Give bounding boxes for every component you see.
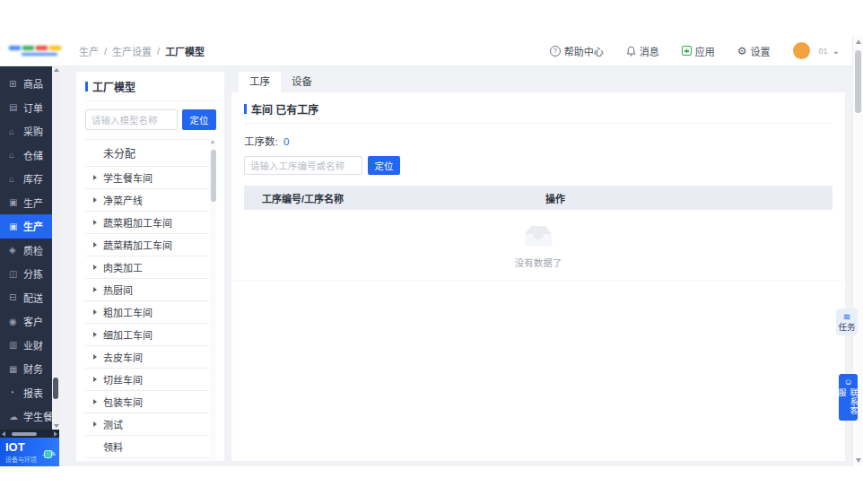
app-logo[interactable] [0, 36, 70, 65]
sidebar-item-production[interactable]: ▣ 生产 [0, 191, 59, 215]
expand-arrow-icon[interactable] [93, 399, 97, 404]
scroll-up-icon[interactable] [211, 140, 214, 143]
title-accent-bar [85, 82, 88, 91]
scroll-right-icon[interactable] [54, 431, 57, 437]
section-title-row: 车间 已有工序 [244, 101, 832, 124]
empty-box-icon [520, 224, 556, 249]
tree-item[interactable]: 蔬菜粗加工车间 [85, 212, 209, 234]
sidebar-item-sorting[interactable]: ◫ 分拣 [0, 262, 59, 286]
sidebar-item-student-meal[interactable]: ☁ 学生餐 [0, 404, 59, 429]
sidebar-item-business-finance[interactable]: ▥ 业财 [0, 334, 59, 358]
tree-item[interactable]: 去皮车间 [85, 346, 209, 369]
process-locate-button[interactable]: 定位 [368, 156, 400, 175]
reports-icon: ◔ [9, 387, 21, 397]
sidebar-vertical-scrollbar[interactable] [52, 66, 59, 430]
customers-icon: ◉ [9, 317, 21, 326]
column-header-process: 工序编号/工序名称 [244, 191, 538, 205]
sidebar-item-reports[interactable]: ◔ 报表 [0, 381, 59, 405]
scrollbar-thumb[interactable] [53, 378, 58, 399]
expand-arrow-icon[interactable] [93, 242, 97, 248]
scroll-up-icon[interactable] [856, 39, 861, 44]
messages-button[interactable]: 消息 [626, 44, 659, 58]
sidebar-item-orders[interactable]: ▤ 订单 [0, 96, 59, 120]
factory-model-title: 工厂模型 [92, 79, 135, 94]
expand-arrow-icon[interactable] [93, 332, 97, 337]
sidebar: ⊞ 商品 ▤ 订单 ⌂ 采购 ⌂ 仓储 ⌂ 库存 ▣ 生产 [0, 66, 59, 466]
sidebar-item-quality[interactable]: ◈ 质检 [0, 239, 59, 263]
gear-icon: ⚙ [737, 46, 747, 56]
tree-item[interactable]: 学生餐车间 [85, 167, 209, 189]
tree-item[interactable]: 测试 [85, 413, 209, 436]
expand-arrow-icon[interactable] [93, 309, 97, 315]
model-locate-button[interactable]: 定位 [182, 109, 216, 130]
task-float-button[interactable]: ≋ 任务 [836, 308, 858, 335]
tree-scrollbar[interactable] [210, 139, 216, 461]
process-search-input[interactable] [244, 156, 362, 175]
expand-arrow-icon[interactable] [93, 175, 97, 180]
device-chip-icon [44, 450, 52, 458]
tree-item[interactable]: 领料 [85, 436, 209, 458]
tree-item[interactable]: 蔬菜精加工车间 [85, 234, 209, 256]
tree-item[interactable]: 净菜产线 [85, 189, 209, 212]
scroll-left-icon[interactable] [2, 431, 5, 437]
help-center-button[interactable]: ? 帮助中心 [550, 44, 604, 58]
iot-title: IOT [5, 441, 37, 453]
apps-label: 应用 [695, 44, 715, 58]
sidebar-item-finance[interactable]: ▦ 财务 [0, 357, 59, 381]
user-menu[interactable]: 01 ⌄ [793, 42, 840, 59]
model-search-input[interactable] [85, 109, 178, 130]
student-meal-icon: ☁ [9, 412, 21, 421]
tree-item[interactable]: 细加工车间 [85, 324, 209, 346]
layers-icon: ≋ [836, 311, 858, 322]
tab-equipment[interactable]: 设备 [281, 72, 323, 92]
sidebar-item-purchase[interactable]: ⌂ 采购 [0, 119, 59, 143]
expand-arrow-icon[interactable] [93, 220, 97, 225]
sidebar-item-inventory[interactable]: ⌂ 库存 [0, 167, 59, 191]
expand-arrow-icon[interactable] [93, 377, 97, 382]
tree-item[interactable]: 热厨间 [85, 279, 209, 301]
breadcrumb-item[interactable]: 生产 [79, 44, 99, 58]
sidebar-item-goods[interactable]: ⊞ 商品 [0, 72, 59, 96]
tree-item[interactable]: 包装车间 [85, 391, 209, 413]
expand-arrow-icon[interactable] [93, 421, 97, 427]
scroll-down-icon[interactable] [856, 458, 861, 463]
workshop-tree: 未分配 学生餐车间 净菜产线 蔬菜粗加工车间 蔬菜精加工车间 [85, 139, 216, 461]
tree-item[interactable]: 肉类加工 [85, 256, 209, 279]
table-header: 工序编号/工序名称 操作 [244, 186, 832, 210]
apps-button[interactable]: 应用 [682, 44, 715, 58]
scrollbar-thumb[interactable] [12, 432, 37, 436]
scroll-down-icon[interactable] [54, 424, 59, 428]
task-label: 任务 [836, 322, 858, 332]
warehouse-icon: ⌂ [9, 150, 21, 160]
sidebar-item-customers[interactable]: ◉ 客户 [0, 309, 59, 334]
iot-banner[interactable]: IOT 设备与环境 ☁ [0, 438, 59, 466]
tree-item[interactable]: 三楼车间 [85, 458, 209, 461]
orders-icon: ▤ [9, 102, 21, 112]
scrollbar-thumb[interactable] [211, 150, 216, 202]
factory-model-panel: 工厂模型 定位 未分配 学生餐车间 净菜产线 [76, 72, 224, 461]
inventory-icon: ⌂ [9, 174, 21, 184]
contact-service-label: 联系客服 [837, 388, 860, 421]
tab-process[interactable]: 工序 [239, 72, 281, 92]
sidebar-item-production-active[interactable]: ▣ 生产 [0, 214, 59, 239]
scrollbar-thumb[interactable] [855, 50, 861, 113]
settings-label: 设置 [751, 44, 771, 58]
expand-arrow-icon[interactable] [93, 354, 97, 360]
breadcrumb-item[interactable]: 生产设置 [112, 44, 152, 58]
expand-arrow-icon[interactable] [93, 265, 97, 270]
sorting-icon: ◫ [9, 269, 21, 279]
expand-arrow-icon[interactable] [93, 287, 97, 292]
tab-bar: 工序 设备 [231, 72, 845, 92]
iot-subtitle: 设备与环境 [5, 455, 37, 464]
tree-item[interactable]: 切丝车间 [85, 369, 209, 391]
sidebar-item-warehouse[interactable]: ⌂ 仓储 [0, 143, 59, 168]
sidebar-horizontal-scrollbar[interactable] [0, 430, 59, 438]
scroll-up-icon[interactable] [54, 68, 59, 72]
sidebar-item-delivery[interactable]: ⊟ 配送 [0, 286, 59, 310]
expand-arrow-icon[interactable] [93, 197, 97, 203]
settings-button[interactable]: ⚙ 设置 [737, 44, 771, 58]
sidebar-nav: ⊞ 商品 ▤ 订单 ⌂ 采购 ⌂ 仓储 ⌂ 库存 ▣ 生产 [0, 66, 59, 430]
tree-item[interactable]: 粗加工车间 [85, 301, 209, 324]
contact-service-button[interactable]: ☺ 联系客服 [839, 374, 858, 421]
tree-item-unassigned[interactable]: 未分配 [85, 139, 209, 167]
